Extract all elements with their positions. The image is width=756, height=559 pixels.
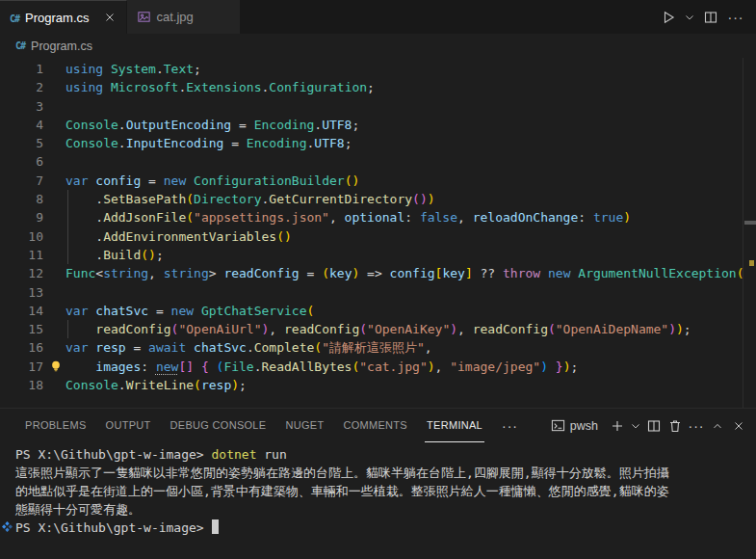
code-text: .SetBasePath(Directory.GetCurrentDirecto… bbox=[65, 190, 743, 208]
code-line[interactable]: 11 .Build(); bbox=[0, 246, 743, 264]
shell-label: pwsh bbox=[570, 419, 598, 433]
panel-tab-problems[interactable]: PROBLEMS bbox=[23, 409, 89, 442]
terminal-cursor bbox=[212, 519, 219, 534]
code-line[interactable]: 1using System.Text; bbox=[0, 60, 743, 78]
code-text: var resp = await chatSvc.Complete("請解析這張… bbox=[65, 338, 743, 357]
code-text: Console.WriteLine(resp); bbox=[65, 376, 743, 394]
indent-guide bbox=[67, 246, 68, 264]
code-text: using Microsoft.Extensions.Configuration… bbox=[65, 78, 743, 96]
terminal-line: PS X:\Github\gpt-w-image> dotnet run bbox=[15, 445, 756, 464]
code-text: Console.InputEncoding = Encoding.UTF8; bbox=[65, 134, 743, 152]
panel-tab-comments[interactable]: COMMENTS bbox=[341, 409, 409, 442]
line-number: 18 bbox=[0, 376, 43, 394]
panel-tabs-overflow[interactable]: ··· bbox=[502, 409, 518, 442]
gutter-gap bbox=[43, 283, 65, 302]
image-file-icon bbox=[137, 10, 151, 24]
line-number: 15 bbox=[0, 320, 43, 338]
code-line[interactable]: 16var resp = await chatSvc.Complete("請解析… bbox=[0, 338, 743, 357]
line-number: 1 bbox=[0, 60, 43, 78]
indent-guide bbox=[67, 208, 68, 226]
line-number: 7 bbox=[0, 172, 43, 190]
code-text: images: new[] { (File.ReadAllBytes("cat.… bbox=[65, 358, 743, 376]
gutter-gap bbox=[43, 172, 65, 190]
code-line[interactable]: 10 .AddEnvironmentVariables() bbox=[0, 227, 743, 246]
gutter-gap bbox=[43, 302, 65, 320]
code-line[interactable]: 7var config = new ConfigurationBuilder() bbox=[0, 172, 743, 190]
editor-tab-cat-jpg[interactable]: cat.jpg bbox=[127, 0, 241, 34]
code-line[interactable]: 8 .SetBasePath(Directory.GetCurrentDirec… bbox=[0, 190, 743, 208]
panel-tab-terminal[interactable]: TERMINAL bbox=[425, 409, 484, 442]
close-icon[interactable] bbox=[103, 11, 117, 24]
line-number: 16 bbox=[0, 338, 43, 357]
new-terminal-button[interactable] bbox=[608, 416, 627, 436]
panel-tab-debug-console[interactable]: DEBUG CONSOLE bbox=[169, 409, 269, 442]
lightbulb-icon[interactable] bbox=[49, 359, 63, 373]
code-line[interactable]: 13 bbox=[0, 283, 743, 302]
code-text: Console.OutputEncoding = Encoding.UTF8; bbox=[65, 116, 743, 134]
maximize-panel-button[interactable] bbox=[708, 416, 727, 436]
code-line[interactable]: 12Func<string, string> readConfig = (key… bbox=[0, 264, 743, 282]
breadcrumb[interactable]: C# Program.cs bbox=[0, 34, 756, 58]
gutter-gap bbox=[43, 338, 65, 357]
terminal-icon bbox=[551, 418, 565, 433]
overview-hint-marker bbox=[749, 260, 754, 266]
code-text: Func<string, string> readConfig = (key) … bbox=[65, 264, 743, 282]
line-number: 12 bbox=[0, 264, 43, 282]
editor-tab-program-cs[interactable]: C#Program.cs bbox=[0, 0, 127, 34]
vscode-window: { "tabs": [ { "label": "Program.cs", "ic… bbox=[0, 0, 756, 559]
editor-actions: ··· bbox=[658, 0, 756, 34]
close-panel-button[interactable] bbox=[729, 416, 748, 436]
run-dropdown[interactable] bbox=[683, 7, 696, 28]
panel-tab-output[interactable]: OUTPUT bbox=[104, 409, 153, 442]
code-line[interactable]: 14var chatSvc = new GptChatService( bbox=[0, 302, 743, 320]
tab-label: Program.cs bbox=[25, 11, 89, 25]
more-actions-button[interactable]: ··· bbox=[725, 7, 746, 28]
panel-tab-nuget[interactable]: NUGET bbox=[283, 409, 326, 442]
line-number: 8 bbox=[0, 190, 43, 208]
editor-tab-bar: C#Program.cscat.jpg ··· bbox=[0, 0, 756, 34]
line-number: 11 bbox=[0, 246, 43, 264]
code-editor[interactable]: 1using System.Text;2using Microsoft.Exte… bbox=[0, 58, 756, 408]
line-number: 5 bbox=[0, 134, 43, 152]
command-decoration-icon[interactable] bbox=[2, 521, 13, 532]
line-number: 17 bbox=[0, 358, 43, 376]
editor-scrollbar[interactable] bbox=[743, 58, 756, 408]
code-line[interactable]: 17 images: new[] { (File.ReadAllBytes("c… bbox=[0, 358, 743, 376]
kill-terminal-button[interactable] bbox=[665, 416, 685, 436]
code-text: .AddJsonFile("appsettings.json", optiona… bbox=[65, 208, 743, 226]
line-number: 13 bbox=[0, 283, 43, 302]
terminal-more-button[interactable]: ··· bbox=[687, 416, 706, 436]
code-text: readConfig("OpenAiUrl"), readConfig("Ope… bbox=[65, 320, 743, 338]
code-line[interactable]: 6 bbox=[0, 152, 743, 171]
gutter-gap bbox=[43, 227, 65, 246]
terminal-output[interactable]: PS X:\Github\gpt-w-image> dotnet run這張照片… bbox=[0, 442, 756, 537]
code-line[interactable]: 15 readConfig("OpenAiUrl"), readConfig("… bbox=[0, 320, 743, 338]
code-line[interactable]: 4Console.OutputEncoding = Encoding.UTF8; bbox=[0, 116, 743, 134]
code-text bbox=[65, 283, 743, 302]
gutter-gap bbox=[43, 190, 65, 208]
run-button[interactable] bbox=[658, 7, 679, 28]
gutter-gap bbox=[43, 152, 65, 171]
line-number: 10 bbox=[0, 227, 43, 246]
scrollbar-marker bbox=[744, 221, 756, 225]
panel-header: PROBLEMSOUTPUTDEBUG CONSOLENUGETCOMMENTS… bbox=[0, 409, 756, 442]
gutter-gap bbox=[43, 78, 65, 96]
breadcrumb-file[interactable]: Program.cs bbox=[31, 40, 92, 53]
line-number: 14 bbox=[0, 302, 43, 320]
csharp-file-icon: C# bbox=[15, 40, 25, 51]
split-editor-button[interactable] bbox=[700, 7, 721, 28]
code-line[interactable]: 3 bbox=[0, 97, 743, 116]
indent-guide bbox=[67, 227, 68, 246]
code-line[interactable]: 2using Microsoft.Extensions.Configuratio… bbox=[0, 78, 743, 96]
code-text bbox=[65, 152, 743, 171]
terminal-line: 態顯得十分可愛有趣。 bbox=[15, 500, 756, 519]
code-line[interactable]: 5Console.InputEncoding = Encoding.UTF8; bbox=[0, 134, 743, 152]
code-line[interactable]: 9 .AddJsonFile("appsettings.json", optio… bbox=[0, 208, 743, 226]
terminal-instance[interactable]: pwsh bbox=[551, 418, 598, 433]
gutter-gap bbox=[43, 60, 65, 78]
terminal-dropdown[interactable] bbox=[629, 416, 642, 436]
code-line[interactable]: 18Console.WriteLine(resp); bbox=[0, 376, 743, 394]
gutter-gap bbox=[43, 376, 65, 394]
split-terminal-button[interactable] bbox=[644, 416, 664, 436]
code-text: var config = new ConfigurationBuilder() bbox=[65, 172, 743, 190]
